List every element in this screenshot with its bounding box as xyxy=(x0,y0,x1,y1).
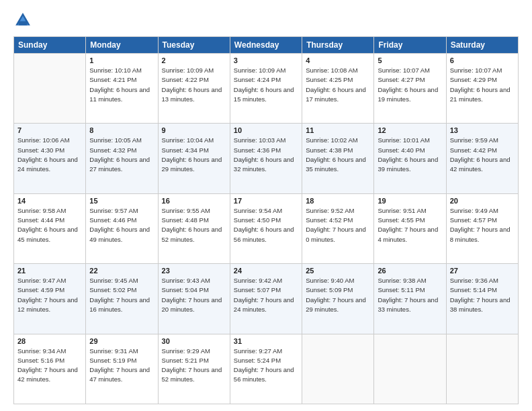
calendar-week-row: 14Sunrise: 9:58 AMSunset: 4:44 PMDayligh… xyxy=(14,193,519,263)
day-number: 26 xyxy=(378,267,442,275)
calendar-cell: 13Sunrise: 9:59 AMSunset: 4:42 PMDayligh… xyxy=(446,124,518,193)
day-number: 13 xyxy=(450,126,515,134)
calendar-cell: 18Sunrise: 9:52 AMSunset: 4:52 PMDayligh… xyxy=(302,193,374,263)
calendar-cell: 10Sunrise: 10:03 AMSunset: 4:36 PMDaylig… xyxy=(230,124,302,193)
day-number: 19 xyxy=(378,197,442,205)
calendar-cell: 22Sunrise: 9:45 AMSunset: 5:02 PMDayligh… xyxy=(86,264,158,334)
day-number: 17 xyxy=(234,197,298,205)
day-info: Sunrise: 9:42 AMSunset: 5:07 PMDaylight:… xyxy=(234,276,298,314)
calendar-week-row: 21Sunrise: 9:47 AMSunset: 4:59 PMDayligh… xyxy=(14,264,519,334)
calendar-week-row: 28Sunrise: 9:34 AMSunset: 5:16 PMDayligh… xyxy=(14,334,519,404)
day-number: 2 xyxy=(162,56,226,64)
calendar-cell: 1Sunrise: 10:10 AMSunset: 4:21 PMDayligh… xyxy=(86,54,158,124)
day-info: Sunrise: 9:29 AMSunset: 5:21 PMDaylight:… xyxy=(162,347,226,385)
day-info: Sunrise: 10:09 AMSunset: 4:22 PMDaylight… xyxy=(162,66,226,104)
calendar-cell: 4Sunrise: 10:08 AMSunset: 4:25 PMDayligh… xyxy=(302,54,374,124)
calendar-table: SundayMondayTuesdayWednesdayThursdayFrid… xyxy=(13,36,519,404)
day-number: 3 xyxy=(234,56,298,64)
day-info: Sunrise: 9:43 AMSunset: 5:04 PMDaylight:… xyxy=(162,276,226,314)
day-number: 8 xyxy=(89,126,154,134)
day-number: 18 xyxy=(306,197,370,205)
day-info: Sunrise: 9:55 AMSunset: 4:48 PMDaylight:… xyxy=(162,206,226,244)
calendar-cell: 21Sunrise: 9:47 AMSunset: 4:59 PMDayligh… xyxy=(14,264,86,334)
logo-icon xyxy=(13,11,32,30)
calendar-cell: 8Sunrise: 10:05 AMSunset: 4:32 PMDayligh… xyxy=(86,124,158,193)
calendar-cell: 3Sunrise: 10:09 AMSunset: 4:24 PMDayligh… xyxy=(230,54,302,124)
calendar-cell: 16Sunrise: 9:55 AMSunset: 4:48 PMDayligh… xyxy=(158,193,230,263)
day-number: 24 xyxy=(234,267,298,275)
day-number: 7 xyxy=(17,126,82,134)
day-info: Sunrise: 10:03 AMSunset: 4:36 PMDaylight… xyxy=(234,136,298,174)
calendar-cell: 28Sunrise: 9:34 AMSunset: 5:16 PMDayligh… xyxy=(14,334,86,404)
day-number: 29 xyxy=(89,337,154,345)
day-info: Sunrise: 10:02 AMSunset: 4:38 PMDaylight… xyxy=(306,136,370,174)
calendar-cell: 30Sunrise: 9:29 AMSunset: 5:21 PMDayligh… xyxy=(158,334,230,404)
calendar-cell: 17Sunrise: 9:54 AMSunset: 4:50 PMDayligh… xyxy=(230,193,302,263)
calendar-cell: 14Sunrise: 9:58 AMSunset: 4:44 PMDayligh… xyxy=(14,193,86,263)
day-info: Sunrise: 10:06 AMSunset: 4:30 PMDaylight… xyxy=(17,136,82,174)
day-info: Sunrise: 10:07 AMSunset: 4:27 PMDaylight… xyxy=(378,66,442,104)
calendar-cell: 15Sunrise: 9:57 AMSunset: 4:46 PMDayligh… xyxy=(86,193,158,263)
day-info: Sunrise: 10:08 AMSunset: 4:25 PMDaylight… xyxy=(306,66,370,104)
day-info: Sunrise: 9:59 AMSunset: 4:42 PMDaylight:… xyxy=(450,136,515,174)
calendar-week-row: 7Sunrise: 10:06 AMSunset: 4:30 PMDayligh… xyxy=(14,124,519,193)
day-info: Sunrise: 10:09 AMSunset: 4:24 PMDaylight… xyxy=(234,66,298,104)
day-info: Sunrise: 9:57 AMSunset: 4:46 PMDaylight:… xyxy=(89,206,154,244)
day-info: Sunrise: 9:58 AMSunset: 4:44 PMDaylight:… xyxy=(17,206,82,244)
calendar-cell: 2Sunrise: 10:09 AMSunset: 4:22 PMDayligh… xyxy=(158,54,230,124)
calendar-cell xyxy=(446,334,518,404)
calendar-week-row: 1Sunrise: 10:10 AMSunset: 4:21 PMDayligh… xyxy=(14,54,519,124)
day-info: Sunrise: 9:27 AMSunset: 5:24 PMDaylight:… xyxy=(234,347,298,385)
day-number: 16 xyxy=(162,197,226,205)
day-number: 5 xyxy=(378,56,442,64)
day-number: 25 xyxy=(306,267,370,275)
calendar-cell xyxy=(374,334,446,404)
day-number: 22 xyxy=(89,267,154,275)
calendar-header-monday: Monday xyxy=(86,37,158,54)
day-info: Sunrise: 9:54 AMSunset: 4:50 PMDaylight:… xyxy=(234,206,298,244)
day-info: Sunrise: 9:49 AMSunset: 4:57 PMDaylight:… xyxy=(450,206,515,244)
day-info: Sunrise: 10:04 AMSunset: 4:34 PMDaylight… xyxy=(162,136,226,174)
calendar-cell: 23Sunrise: 9:43 AMSunset: 5:04 PMDayligh… xyxy=(158,264,230,334)
day-info: Sunrise: 9:52 AMSunset: 4:52 PMDaylight:… xyxy=(306,206,370,244)
calendar-cell xyxy=(302,334,374,404)
day-number: 9 xyxy=(162,126,226,134)
calendar-cell: 6Sunrise: 10:07 AMSunset: 4:29 PMDayligh… xyxy=(446,54,518,124)
day-info: Sunrise: 10:10 AMSunset: 4:21 PMDaylight… xyxy=(89,66,154,104)
calendar-header-row: SundayMondayTuesdayWednesdayThursdayFrid… xyxy=(14,37,519,54)
calendar-header-friday: Friday xyxy=(374,37,446,54)
day-info: Sunrise: 9:47 AMSunset: 4:59 PMDaylight:… xyxy=(17,276,82,314)
calendar-cell: 19Sunrise: 9:51 AMSunset: 4:55 PMDayligh… xyxy=(374,193,446,263)
day-info: Sunrise: 10:01 AMSunset: 4:40 PMDaylight… xyxy=(378,136,442,174)
day-number: 31 xyxy=(234,337,298,345)
day-number: 11 xyxy=(306,126,370,134)
calendar-header-wednesday: Wednesday xyxy=(230,37,302,54)
page: SundayMondayTuesdayWednesdayThursdayFrid… xyxy=(0,0,532,411)
calendar-cell xyxy=(14,54,86,124)
day-info: Sunrise: 9:36 AMSunset: 5:14 PMDaylight:… xyxy=(450,276,515,314)
day-number: 23 xyxy=(162,267,226,275)
day-number: 20 xyxy=(450,197,515,205)
calendar-header-tuesday: Tuesday xyxy=(158,37,230,54)
calendar-cell: 11Sunrise: 10:02 AMSunset: 4:38 PMDaylig… xyxy=(302,124,374,193)
day-info: Sunrise: 9:40 AMSunset: 5:09 PMDaylight:… xyxy=(306,276,370,314)
day-info: Sunrise: 9:34 AMSunset: 5:16 PMDaylight:… xyxy=(17,347,82,385)
calendar-cell: 20Sunrise: 9:49 AMSunset: 4:57 PMDayligh… xyxy=(446,193,518,263)
day-info: Sunrise: 9:31 AMSunset: 5:19 PMDaylight:… xyxy=(89,347,154,385)
calendar-header-thursday: Thursday xyxy=(302,37,374,54)
calendar-header-sunday: Sunday xyxy=(14,37,86,54)
calendar-cell: 12Sunrise: 10:01 AMSunset: 4:40 PMDaylig… xyxy=(374,124,446,193)
svg-rect-2 xyxy=(19,21,27,26)
day-number: 30 xyxy=(162,337,226,345)
calendar-cell: 27Sunrise: 9:36 AMSunset: 5:14 PMDayligh… xyxy=(446,264,518,334)
calendar-cell: 9Sunrise: 10:04 AMSunset: 4:34 PMDayligh… xyxy=(158,124,230,193)
calendar-cell: 26Sunrise: 9:38 AMSunset: 5:11 PMDayligh… xyxy=(374,264,446,334)
logo xyxy=(13,11,35,30)
calendar-cell: 29Sunrise: 9:31 AMSunset: 5:19 PMDayligh… xyxy=(86,334,158,404)
calendar-cell: 31Sunrise: 9:27 AMSunset: 5:24 PMDayligh… xyxy=(230,334,302,404)
calendar-cell: 25Sunrise: 9:40 AMSunset: 5:09 PMDayligh… xyxy=(302,264,374,334)
day-number: 15 xyxy=(89,197,154,205)
calendar-cell: 5Sunrise: 10:07 AMSunset: 4:27 PMDayligh… xyxy=(374,54,446,124)
day-number: 14 xyxy=(17,197,82,205)
day-number: 1 xyxy=(89,56,154,64)
